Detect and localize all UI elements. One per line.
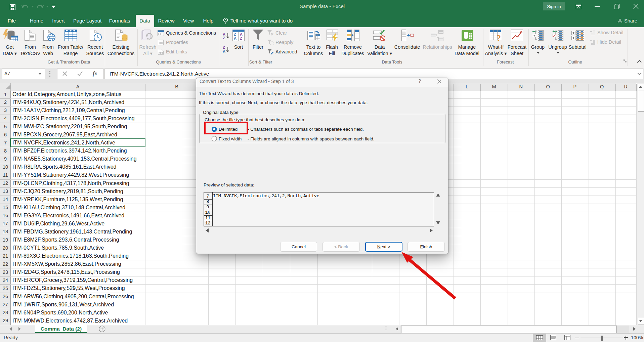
svg-text:Z: Z (223, 36, 225, 40)
svg-text:A: A (223, 49, 225, 53)
svg-text:A: A (240, 32, 243, 36)
svg-text:?: ? (497, 33, 501, 42)
svg-text:A: A (234, 36, 237, 40)
svg-text:Z: Z (223, 45, 225, 49)
svg-text:Z: Z (234, 32, 236, 36)
svg-text:Z: Z (240, 36, 242, 40)
